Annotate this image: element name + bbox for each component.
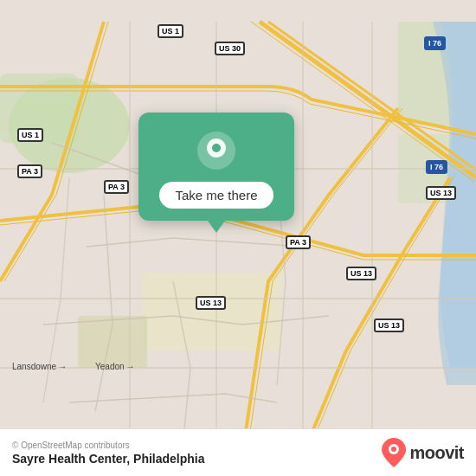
badge-pa3-right: PA 3 <box>286 235 311 249</box>
map-background <box>0 0 476 476</box>
bottom-bar: © OpenStreetMap contributors Sayre Healt… <box>0 428 476 476</box>
badge-i76-mid: I 76 <box>426 160 447 174</box>
badge-us13-center: US 13 <box>196 296 226 310</box>
badge-us1-left: US 1 <box>17 128 43 142</box>
bottom-left-info: © OpenStreetMap contributors Sayre Healt… <box>12 441 205 466</box>
copyright-text: © OpenStreetMap contributors <box>12 441 205 450</box>
badge-us13-right1: US 13 <box>346 267 376 280</box>
badge-i76-top: I 76 <box>424 36 446 50</box>
moovit-brand-text: moovit <box>409 443 464 463</box>
svg-point-11 <box>391 447 396 452</box>
label-lansdowne: Lansdowne → <box>12 362 67 371</box>
moovit-pin-icon <box>382 438 406 467</box>
badge-us13-far-right: US 13 <box>426 186 456 200</box>
badge-pa3-mid: PA 3 <box>104 180 129 194</box>
map-container: Take me there US 1 US 30 I 76 US 1 PA 3 … <box>0 0 476 476</box>
moovit-logo: moovit <box>382 438 464 467</box>
badge-us1-top: US 1 <box>158 24 183 38</box>
badge-us13-right2: US 13 <box>374 318 404 332</box>
popup-card: Take me there <box>138 113 294 221</box>
badge-pa3-left: PA 3 <box>17 164 42 178</box>
label-yeadon: Yeadon → <box>95 362 135 371</box>
location-title: Sayre Health Center, Philadelphia <box>12 452 205 466</box>
badge-us30: US 30 <box>215 42 245 55</box>
take-me-there-button[interactable]: Take me there <box>159 182 273 209</box>
location-icon-wrapper <box>194 128 239 173</box>
location-pin-icon <box>196 130 237 171</box>
